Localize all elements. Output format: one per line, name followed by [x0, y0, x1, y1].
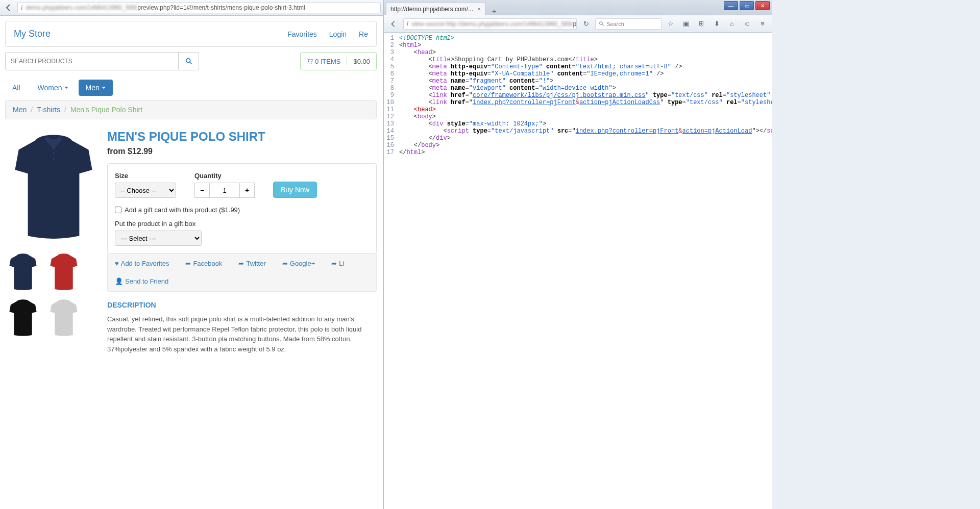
send-to-friend[interactable]: 👤 Send to Friend: [115, 277, 369, 285]
breadcrumb: Men / T-shirts / Men's Pique Polo Shirt: [5, 100, 377, 119]
url-blurred-prefix: demo.phpjabbers.com/1486413960_589/: [26, 4, 137, 11]
giftcard-label: Add a gift card with this product ($1.99…: [125, 206, 240, 214]
tab-title: http://demo.phpjabbers.com/...: [390, 6, 473, 13]
share-icon: ➦: [185, 260, 191, 267]
url-blurred-prefix: view-source:http://demo.phpjabbers.com/1…: [411, 20, 573, 28]
svg-point-3: [311, 62, 312, 63]
user-icon: 👤: [115, 277, 123, 285]
product-main-image[interactable]: [5, 130, 102, 247]
search-icon: [185, 58, 192, 65]
giftbox-label: Put the product in a gift box: [115, 220, 369, 227]
bookmark-star-icon[interactable]: ☆: [665, 18, 677, 30]
svg-point-4: [53, 152, 55, 154]
window-controls: — ▭ ✕: [724, 1, 770, 10]
size-label: Size: [115, 172, 176, 180]
svg-point-6: [600, 22, 603, 25]
nav-favorites[interactable]: Favorites: [287, 30, 317, 38]
right-browser-window: http://demo.phpjabbers.com/... × + i vie…: [384, 0, 772, 509]
cart-items[interactable]: 0 ITEMS: [301, 58, 347, 65]
search-icon: [599, 21, 604, 27]
cart-summary: 0 ITEMS $0.00: [300, 52, 377, 70]
svg-line-1: [189, 62, 191, 64]
product-title: MEN'S PIQUE POLO SHIRT: [107, 130, 377, 144]
share-icon: ➦: [238, 260, 244, 267]
product-thumb-black[interactable]: [5, 298, 41, 339]
category-women[interactable]: Women: [31, 80, 76, 96]
pocket-icon[interactable]: ▣: [680, 18, 692, 30]
svg-point-0: [186, 59, 190, 63]
back-button[interactable]: [387, 18, 400, 30]
maximize-button[interactable]: ▭: [740, 1, 754, 10]
share-linkedin[interactable]: ➦ Li: [331, 260, 344, 267]
qty-input[interactable]: [210, 183, 239, 198]
giftcard-checkbox[interactable]: [115, 207, 121, 213]
left-browser-window: i demo.phpjabbers.com/1486413960_589/ pr…: [0, 0, 384, 509]
source-view[interactable]: 1<!DOCTYPE html> 2<html> 3 <head> 4 <tit…: [384, 33, 772, 509]
share-twitter[interactable]: ➦ Twitter: [238, 260, 265, 267]
heart-icon: ♥: [115, 260, 119, 267]
download-icon[interactable]: ⬇: [710, 18, 723, 30]
search-button[interactable]: [179, 52, 199, 70]
shield-icon[interactable]: ⛨: [695, 18, 707, 30]
url-visible: preview.php?lid=: [573, 20, 577, 28]
svg-point-2: [309, 62, 310, 63]
info-icon: i: [407, 20, 408, 28]
search-input[interactable]: [5, 52, 179, 70]
minimize-button[interactable]: —: [724, 1, 738, 10]
qty-label: Quantity: [194, 172, 255, 180]
close-button[interactable]: ✕: [755, 1, 770, 10]
svg-line-7: [602, 24, 604, 26]
product-thumb-grey[interactable]: [46, 298, 82, 339]
description-text: Casual, yet refined, this soft pique pol…: [107, 314, 377, 354]
crumb-tshirts[interactable]: T-shirts: [37, 106, 60, 114]
share-icon: ➦: [331, 260, 337, 267]
svg-point-5: [53, 158, 55, 160]
new-tab-button[interactable]: +: [487, 7, 501, 15]
category-men[interactable]: Men: [79, 80, 113, 96]
smiley-icon[interactable]: ☺: [741, 18, 753, 30]
info-icon: i: [21, 4, 22, 12]
cart-icon: [307, 58, 313, 64]
share-facebook[interactable]: ➦ Facebook: [185, 260, 222, 267]
add-to-favorites[interactable]: ♥ Add to Favorites: [115, 260, 169, 267]
browser-search-input[interactable]: Search: [595, 18, 662, 30]
cart-total: $0.00: [347, 58, 376, 65]
buy-now-button[interactable]: Buy Now: [273, 182, 317, 198]
description-heading: DESCRIPTION: [107, 301, 377, 309]
crumb-current: Men's Pique Polo Shirt: [70, 106, 142, 114]
giftbox-select[interactable]: --- Select ---: [115, 231, 202, 246]
size-select[interactable]: -- Choose --: [115, 183, 176, 198]
home-icon[interactable]: ⌂: [726, 18, 738, 30]
product-thumb-red[interactable]: [46, 252, 82, 293]
nav-login[interactable]: Login: [329, 30, 347, 38]
caret-down-icon: [102, 87, 106, 89]
category-all[interactable]: All: [5, 80, 28, 96]
browser-tab[interactable]: http://demo.phpjabbers.com/... ×: [386, 2, 485, 15]
store-brand[interactable]: My Store: [14, 29, 51, 39]
crumb-men[interactable]: Men: [13, 106, 27, 114]
share-icon: ➦: [282, 260, 288, 267]
url-bar[interactable]: i view-source:http://demo.phpjabbers.com…: [403, 18, 577, 30]
tab-close-icon[interactable]: ×: [473, 6, 481, 13]
url-bar[interactable]: i demo.phpjabbers.com/1486413960_589/ pr…: [17, 2, 381, 13]
url-visible: preview.php?lid=1#!/men/t-shirts/mens-pi…: [137, 4, 305, 11]
back-button[interactable]: [2, 2, 15, 13]
caret-down-icon: [64, 87, 68, 89]
qty-increase-button[interactable]: +: [239, 183, 255, 198]
product-thumb-navy[interactable]: [5, 252, 41, 293]
share-googleplus[interactable]: ➦ Google+: [282, 260, 315, 267]
reload-button[interactable]: ↻: [580, 18, 592, 30]
nav-register[interactable]: Re: [359, 30, 368, 38]
qty-decrease-button[interactable]: −: [194, 183, 210, 198]
hamburger-menu-icon[interactable]: ≡: [756, 18, 769, 30]
product-price: from $12.99: [107, 147, 377, 156]
